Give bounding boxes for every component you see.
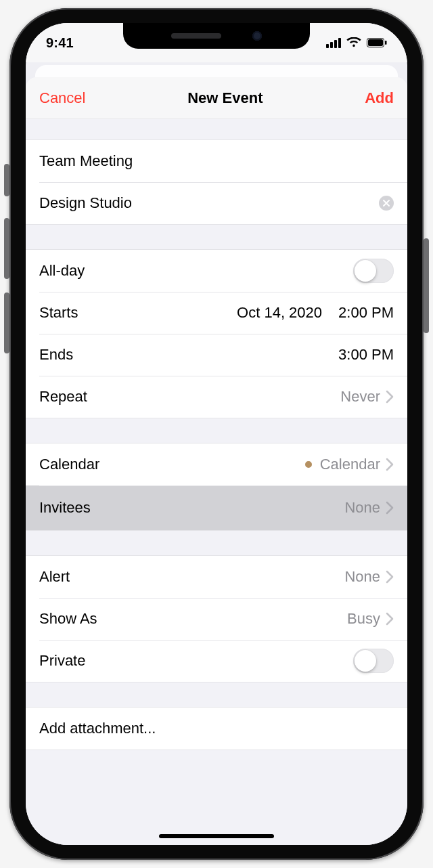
group-alert: Alert None Show As Busy — [26, 555, 407, 682]
location-field[interactable]: Design Studio — [26, 182, 407, 224]
clear-location-button[interactable] — [379, 196, 394, 211]
volume-up-button — [4, 218, 9, 279]
title-field[interactable]: Team Meeting — [26, 140, 407, 182]
mute-switch — [4, 164, 9, 196]
invitees-row[interactable]: Invitees None — [26, 485, 407, 530]
all-day-toggle[interactable] — [353, 259, 394, 283]
group-calendar: Calendar Calendar Invitees None — [26, 443, 407, 531]
calendar-label: Calendar — [39, 456, 99, 473]
group-title-location: Team Meeting Design Studio — [26, 139, 407, 225]
show-as-value: Busy — [347, 610, 380, 628]
repeat-row[interactable]: Repeat Never — [26, 376, 407, 418]
private-label: Private — [39, 652, 85, 670]
screen: 9:41 Cancel New Event Add — [26, 23, 407, 845]
ends-row[interactable]: Ends 3:00 PM — [26, 334, 407, 376]
phone-frame: 9:41 Cancel New Event Add — [9, 8, 424, 860]
all-day-label: All-day — [39, 262, 85, 280]
wifi-icon — [346, 37, 361, 48]
starts-label: Starts — [39, 304, 78, 322]
chevron-right-icon — [386, 501, 394, 515]
svg-rect-2 — [385, 41, 387, 45]
chevron-right-icon — [386, 458, 394, 471]
alert-value: None — [344, 568, 380, 586]
cancel-button[interactable]: Cancel — [39, 89, 85, 107]
alert-label: Alert — [39, 568, 70, 586]
home-indicator[interactable] — [159, 834, 274, 838]
add-button[interactable]: Add — [365, 89, 394, 107]
ends-label: Ends — [39, 346, 73, 364]
svg-rect-1 — [368, 39, 383, 46]
battery-icon — [367, 38, 387, 47]
cellular-signal-icon — [326, 38, 341, 48]
add-attachment-label: Add attachment... — [39, 720, 156, 737]
private-row: Private — [26, 640, 407, 682]
chevron-right-icon — [386, 390, 394, 404]
all-day-row: All-day — [26, 250, 407, 292]
speaker-grille — [171, 33, 221, 39]
alert-row[interactable]: Alert None — [26, 556, 407, 598]
front-camera — [252, 31, 262, 41]
sheet-title: New Event — [187, 89, 263, 107]
starts-date: Oct 14, 2020 — [237, 304, 322, 322]
ends-time: 3:00 PM — [338, 346, 394, 364]
starts-time: 2:00 PM — [338, 304, 394, 322]
show-as-label: Show As — [39, 610, 97, 628]
invitees-value: None — [344, 499, 380, 517]
calendar-value: Calendar — [320, 456, 380, 473]
side-button — [424, 238, 429, 333]
calendar-row[interactable]: Calendar Calendar — [26, 443, 407, 485]
group-datetime: All-day Starts Oct 14, 2020 2:00 PM Ends — [26, 249, 407, 418]
private-toggle[interactable] — [353, 649, 394, 673]
show-as-row[interactable]: Show As Busy — [26, 598, 407, 640]
invitees-label: Invitees — [39, 499, 91, 517]
new-event-sheet: Cancel New Event Add Team Meeting Design… — [26, 77, 407, 845]
chevron-right-icon — [386, 612, 394, 626]
repeat-label: Repeat — [39, 388, 87, 406]
add-attachment-row[interactable]: Add attachment... — [26, 708, 407, 750]
notch — [123, 23, 310, 49]
volume-down-button — [4, 292, 9, 353]
title-value: Team Meeting — [39, 152, 133, 170]
status-time: 9:41 — [46, 35, 74, 51]
calendar-color-dot — [305, 461, 312, 468]
group-attachment: Add attachment... — [26, 707, 407, 750]
starts-row[interactable]: Starts Oct 14, 2020 2:00 PM — [26, 292, 407, 334]
chevron-right-icon — [386, 570, 394, 584]
form-content[interactable]: Team Meeting Design Studio All-day — [26, 119, 407, 845]
repeat-value: Never — [340, 388, 380, 406]
navbar: Cancel New Event Add — [26, 77, 407, 119]
location-value: Design Studio — [39, 194, 132, 212]
